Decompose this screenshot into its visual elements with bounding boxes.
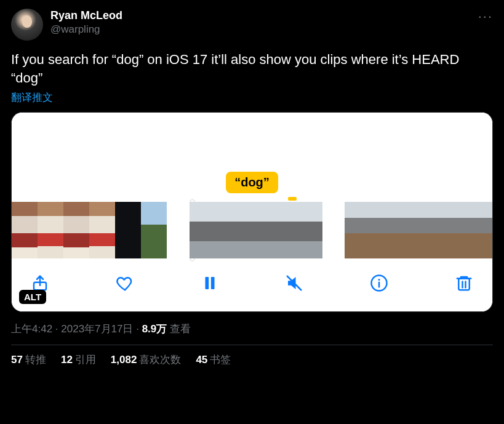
- svg-rect-7: [458, 279, 470, 290]
- thumbnail: [418, 202, 443, 258]
- heart-icon[interactable]: [114, 272, 136, 294]
- meta-date[interactable]: 2023年7月17日: [61, 323, 133, 335]
- meta-time[interactable]: 上午4:42: [11, 323, 52, 335]
- thumbnail: [443, 202, 468, 258]
- thumbnail: [38, 202, 63, 258]
- pause-icon[interactable]: [199, 272, 221, 294]
- alt-badge[interactable]: ALT: [19, 290, 46, 304]
- more-icon[interactable]: ···: [478, 9, 493, 25]
- badge-row: “dog”: [12, 172, 492, 193]
- clip-gap: [167, 202, 190, 258]
- thumbnail: [190, 202, 234, 258]
- thumbnail: [234, 202, 278, 258]
- handle[interactable]: @warpling: [50, 23, 122, 36]
- timeline-strip[interactable]: [12, 202, 492, 258]
- caption-badge: “dog”: [226, 172, 278, 193]
- tweet-meta: 上午4:42 · 2023年7月17日 · 8.9万 查看: [11, 322, 493, 336]
- audio-marker-icon: [288, 197, 297, 201]
- stat-retweets[interactable]: 57转推: [11, 353, 46, 367]
- stat-quotes[interactable]: 12引用: [61, 353, 96, 367]
- stat-likes[interactable]: 1,082喜欢次数: [111, 353, 182, 367]
- meta-sep: ·: [52, 323, 61, 335]
- tick-row: [12, 193, 492, 202]
- media-toolbar: [12, 258, 492, 311]
- display-name[interactable]: Ryan McLeod: [50, 9, 122, 23]
- thumbnail: [63, 202, 89, 258]
- muted-icon[interactable]: [283, 272, 305, 294]
- author-block: Ryan McLeod @warpling: [50, 9, 122, 36]
- thumbnail: [141, 202, 167, 258]
- meta-views-count: 8.9万: [142, 323, 167, 335]
- info-icon[interactable]: [368, 272, 390, 294]
- thumbnail: [468, 202, 492, 258]
- divider: [11, 345, 493, 345]
- avatar[interactable]: [11, 9, 43, 41]
- svg-rect-2: [210, 277, 214, 289]
- thumbnail: [345, 202, 369, 258]
- meta-views-label: 查看: [167, 323, 191, 335]
- thumbnail: [369, 202, 394, 258]
- thumbnail: [115, 202, 141, 258]
- tweet-stats: 57转推 12引用 1,082喜欢次数 45书签: [11, 353, 493, 367]
- thumbnail: [278, 202, 322, 258]
- stat-bookmarks[interactable]: 45书签: [196, 353, 231, 367]
- thumbnail: [89, 202, 115, 258]
- clip-group-2[interactable]: [190, 202, 322, 258]
- clip-group-3[interactable]: [345, 202, 492, 258]
- tweet-text: If you search for “dog” on iOS 17 it’ll …: [11, 50, 493, 87]
- trash-icon[interactable]: [453, 272, 475, 294]
- clip-gap: [322, 202, 345, 258]
- svg-point-6: [378, 279, 380, 281]
- thumbnail: [12, 202, 38, 258]
- translate-link[interactable]: 翻译推文: [11, 90, 493, 105]
- svg-rect-1: [205, 277, 209, 289]
- meta-sep: ·: [133, 323, 142, 335]
- media-card[interactable]: “dog”: [11, 112, 493, 312]
- tweet: Ryan McLeod @warpling ··· If you search …: [0, 0, 504, 372]
- thumbnail: [394, 202, 418, 258]
- tweet-header: Ryan McLeod @warpling ···: [11, 9, 493, 41]
- clip-group-1[interactable]: [12, 202, 167, 258]
- media-whitespace: [12, 113, 492, 172]
